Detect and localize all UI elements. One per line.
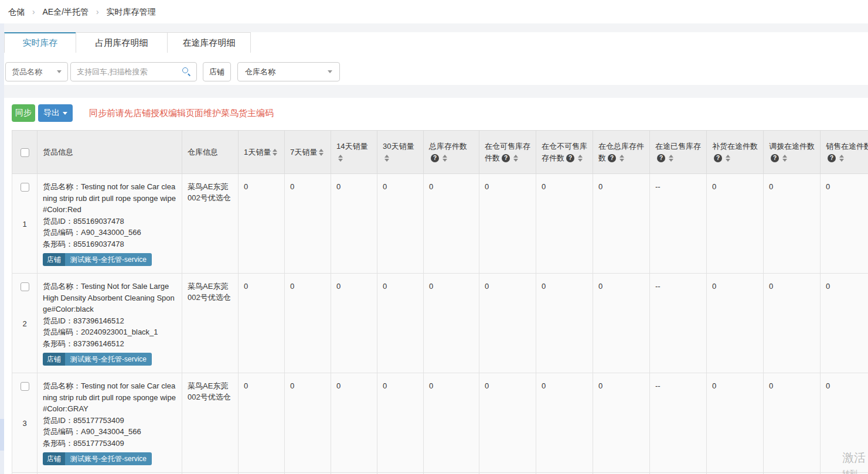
row-select-cell: 2 [12,274,38,373]
value-cell-sales-14d: 0 [331,274,377,373]
search-box [70,62,197,81]
warehouse-select[interactable]: 仓库名称 [237,62,340,81]
column-header-restock-in-transit[interactable]: 补货在途件数? [707,131,764,174]
row-checkbox[interactable] [21,183,29,192]
column-header-in-wh-total[interactable]: 在仓总库存件数? [593,131,650,174]
shop-tag-label: 店铺 [43,452,65,465]
column-header-transfer-in-transit[interactable]: 调拨在途件数? [764,131,821,174]
sort-icon[interactable] [839,155,844,162]
value-cell-sales-in-transit: 0 [821,274,868,373]
sort-up-arrow-icon [273,149,277,152]
column-header-label: 补货在途件数 [712,142,758,151]
left-scrollbar-thumb[interactable] [0,419,4,451]
help-icon[interactable]: ? [771,154,779,162]
table-row: 1货品名称：Testing not for sale Car cleaning … [12,174,868,274]
sync-button[interactable]: 同步 [12,104,35,122]
column-header-sales-in-transit[interactable]: 销售在途件数? [821,131,868,174]
value-cell-in-wh-total: 0 [593,174,650,274]
tab-in-transit-inventory-detail[interactable]: 在途库存明细 [167,32,251,53]
column-header-select [12,131,38,174]
value-cell-in-wh-sellable: 0 [479,373,536,473]
tab-realtime-inventory[interactable]: 实时库存 [4,32,76,53]
sort-icon[interactable] [319,149,324,156]
shop-tag-label: 店铺 [43,253,65,266]
row-checkbox[interactable] [21,282,29,291]
column-header-in-wh-sellable[interactable]: 在仓可售库存件数? [479,131,536,174]
value-cell-in-wh-unsellable: 0 [536,274,593,373]
search-icon[interactable] [182,67,191,76]
help-icon[interactable]: ? [657,154,665,162]
column-header-sales-14d[interactable]: 14天销量 [331,131,377,174]
value-cell-sales-14d: 0 [331,373,377,473]
select-all-checkbox[interactable] [21,148,29,157]
column-header-sales-7d[interactable]: 7天销量 [285,131,331,174]
help-icon[interactable]: ? [714,154,722,162]
search-field-dropdown[interactable]: 货品名称 [5,62,68,81]
table-body: 1货品名称：Testing not for sale Car cleaning … [12,174,868,474]
goods-id: 货品ID：855177753409 [43,415,176,427]
goods-code: 货品编码：A90_343004_566 [43,426,176,438]
chevron-down-icon [328,70,332,73]
help-icon[interactable]: ? [828,154,836,162]
breadcrumb-separator-icon: › [96,7,99,16]
shop-tag: 店铺测试账号-全托管-service [43,353,152,366]
breadcrumb-item-warehouse[interactable]: 仓储 [8,7,25,16]
value-cell-total-stock: 0 [424,274,479,373]
column-header-label: 14天销量 [336,142,367,151]
help-icon[interactable]: ? [502,154,510,162]
column-header-sales-1d[interactable]: 1天销量 [239,131,285,174]
shop-filter-button[interactable]: 店铺 [203,62,231,81]
sort-up-arrow-icon [782,155,787,158]
chevron-down-icon [57,70,62,73]
breadcrumb-item-ae-managed[interactable]: AE全/半托管 [42,7,88,16]
tab-occupied-inventory-detail[interactable]: 占用库存明细 [76,32,168,53]
sort-icon[interactable] [578,155,583,162]
search-input[interactable] [70,62,197,81]
export-button[interactable]: 导出 [38,104,73,122]
goods-name: 货品名称：Testing not for sale Car cleaning s… [43,181,176,216]
value-cell-sales-7d: 0 [285,373,331,473]
help-icon[interactable]: ? [566,154,574,162]
column-header-in-transit-sold[interactable]: 在途已售库存? [650,131,707,174]
tab-bar: 实时库存 占用库存明细 在途库存明细 [4,32,868,53]
help-icon[interactable]: ? [431,154,439,162]
sort-down-arrow-icon [782,159,787,162]
sort-up-arrow-icon [338,155,343,158]
column-header-in-wh-unsellable[interactable]: 在仓不可售库存件数? [536,131,593,174]
value-cell-restock-in-transit: 0 [707,274,764,373]
sort-icon[interactable] [273,149,277,156]
sort-icon[interactable] [669,155,673,162]
shop-tag-value: 测试账号-全托管-service [65,253,152,266]
warehouse-info-cell: 菜鸟AE东莞002号优选仓 [182,274,239,373]
help-icon[interactable]: ? [608,154,616,162]
row-select-cell: 1 [12,174,38,274]
column-header-sales-30d[interactable]: 30天销量 [377,131,424,174]
goods-name: 货品名称：Testing Not for Sale Large High Den… [43,281,176,315]
value-cell-transfer-in-transit: 0 [764,274,821,373]
shop-tag-value: 测试账号-全托管-service [65,353,152,366]
export-button-label: 导出 [43,108,60,118]
sort-down-arrow-icon [839,159,844,162]
content-panel: 同步 导出 同步前请先店铺授权编辑页面维护菜鸟货主编码 货品信息仓库信息1天销量… [4,98,868,474]
sort-up-arrow-icon [839,155,844,158]
sort-up-arrow-icon [619,155,624,158]
sort-icon[interactable] [384,155,389,162]
row-checkbox[interactable] [21,382,29,391]
value-cell-in-transit-sold: -- [650,174,707,274]
table-row: 2货品名称：Testing Not for Sale Large High De… [12,274,868,373]
shop-tag: 店铺测试账号-全托管-service [43,253,152,266]
goods-code: 货品编码：A90_343000_566 [43,227,176,238]
column-header-total-stock[interactable]: 总库存件数? [424,131,479,174]
sort-icon[interactable] [442,155,447,162]
value-cell-transfer-in-transit: 0 [764,174,821,274]
sort-icon[interactable] [782,155,787,162]
sort-icon[interactable] [619,155,624,162]
value-cell-sales-7d: 0 [285,274,331,373]
goods-barcode: 条形码：837396146512 [43,338,176,350]
column-header-label: 货品信息 [43,148,73,156]
sort-icon[interactable] [338,155,343,162]
sort-icon[interactable] [726,155,730,162]
value-cell-restock-in-transit: 0 [707,174,764,274]
sort-icon[interactable] [513,155,518,162]
toolbar: 同步 导出 同步前请先店铺授权编辑页面维护菜鸟货主编码 [4,98,868,122]
